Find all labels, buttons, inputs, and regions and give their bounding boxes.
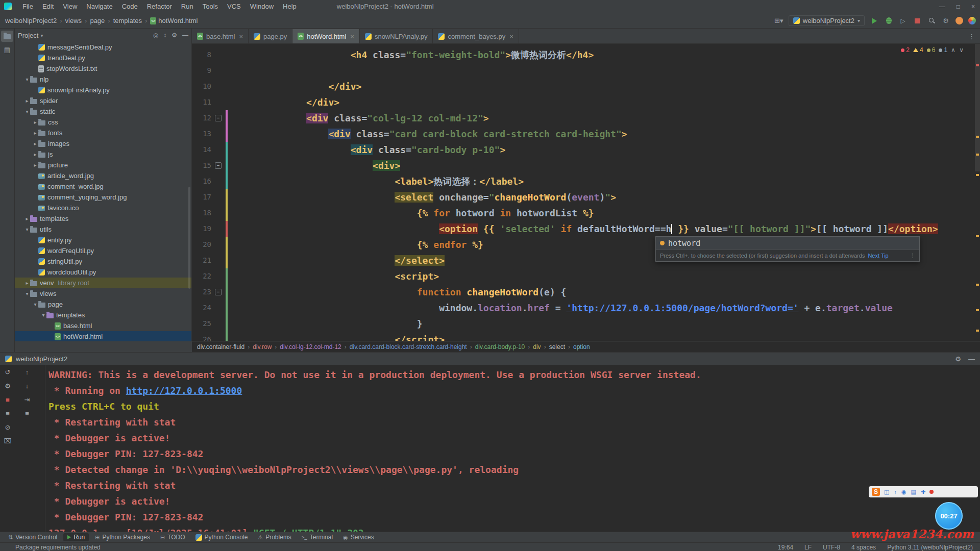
recording-timer[interactable]: 00:27 xyxy=(935,502,963,530)
console-control-icon[interactable]: ↑ xyxy=(22,367,32,377)
tree-item-hotWord-html[interactable]: hotWord.html xyxy=(15,331,191,341)
inspection-item[interactable]: 2 xyxy=(901,46,910,54)
maximize-icon[interactable]: □ xyxy=(957,3,960,10)
tree-item-fonts[interactable]: ▸fonts xyxy=(15,128,191,138)
search-everywhere-icon[interactable] xyxy=(927,16,936,26)
toolwindow-python-packages[interactable]: ⊞Python Packages xyxy=(91,533,154,541)
tree-arrow-icon[interactable]: ▾ xyxy=(24,77,30,82)
run-settings-gear-icon[interactable]: ⚙ xyxy=(955,355,961,363)
tab-comment-bayes-py[interactable]: comment_bayes.py× xyxy=(433,29,519,43)
structure-stripe-icon[interactable]: ▤ xyxy=(1,44,13,55)
tree-item-wordFreqUtil-py[interactable]: wordFreqUtil.py xyxy=(15,245,191,256)
expand-icon[interactable]: ↕ xyxy=(163,32,166,39)
menu-code[interactable]: Code xyxy=(117,3,142,10)
tab-close-icon[interactable]: × xyxy=(239,33,243,40)
tree-item-spider[interactable]: ▸spider xyxy=(15,95,191,106)
stop-button[interactable] xyxy=(913,16,922,26)
element-crumb[interactable]: select xyxy=(549,343,565,350)
status-item[interactable]: 19:64 xyxy=(778,544,793,551)
minimize-icon[interactable]: — xyxy=(939,3,945,10)
tree-item-snownlpFirstAnaly-py[interactable]: snownlpFirstAnaly.py xyxy=(15,85,191,95)
toolwindow-run[interactable]: Run xyxy=(63,533,89,541)
tree-item-views[interactable]: ▾views xyxy=(15,288,191,299)
close-icon[interactable]: × xyxy=(971,3,975,10)
breadcrumb-item[interactable]: page xyxy=(90,17,105,24)
toolwindow-version-control[interactable]: ⇅Version Control xyxy=(4,533,61,541)
tree-item-page[interactable]: ▾page xyxy=(15,299,191,310)
breadcrumb-item[interactable]: hotWord.html xyxy=(158,17,198,24)
menu-run[interactable]: Run xyxy=(177,3,198,10)
element-crumb[interactable]: div.card-body.p-10 xyxy=(475,343,525,350)
tree-item-stringUtil-py[interactable]: stringUtil.py xyxy=(15,256,191,267)
tab-base-html[interactable]: base.html× xyxy=(192,29,249,43)
profile-circle-icon[interactable] xyxy=(968,17,976,24)
project-stripe-icon[interactable] xyxy=(1,31,13,42)
tree-arrow-icon[interactable]: ▸ xyxy=(32,162,38,168)
project-scrollbar[interactable] xyxy=(188,187,190,289)
run-control-icon[interactable]: ≡ xyxy=(3,409,12,418)
recorder-tool-icon[interactable]: ◫ xyxy=(884,489,889,495)
tree-item-stopWordsList-txt[interactable]: stopWordsList.txt xyxy=(15,63,191,74)
menu-view[interactable]: View xyxy=(58,3,82,10)
toolwindow-todo[interactable]: ⊟TODO xyxy=(156,533,189,541)
toolwindow-problems[interactable]: ⚠Problems xyxy=(254,533,296,541)
run-control-icon[interactable]: ↺ xyxy=(3,367,12,377)
popup-scrollbar-icon[interactable]: ⋮ xyxy=(910,253,915,259)
element-crumb[interactable]: div.row xyxy=(253,343,272,350)
tree-item-base-html[interactable]: base.html xyxy=(15,320,191,331)
tree-arrow-icon[interactable]: ▸ xyxy=(32,119,38,125)
tree-arrow-icon[interactable]: ▸ xyxy=(32,130,38,136)
project-header-label[interactable]: Project xyxy=(18,32,38,39)
menu-tools[interactable]: Tools xyxy=(198,3,223,10)
run-button[interactable] xyxy=(870,16,879,26)
inspection-item[interactable]: 1 xyxy=(939,46,947,54)
tab-snowNLPAnaly-py[interactable]: snowNLPAnaly.py xyxy=(360,29,433,43)
status-item[interactable]: LF xyxy=(804,544,812,551)
settings-gear-icon[interactable]: ⚙ xyxy=(941,16,950,26)
run-control-icon[interactable]: ■ xyxy=(3,395,12,404)
tree-item-favicon-ico[interactable]: favicon.ico xyxy=(15,203,191,213)
chevron-down-icon[interactable]: ▾ xyxy=(40,33,43,38)
menu-navigate[interactable]: Navigate xyxy=(82,3,117,10)
menu-window[interactable]: Window xyxy=(246,3,278,10)
recorder-tool-icon[interactable]: ◉ xyxy=(901,489,906,495)
element-crumb[interactable]: div.col-lg-12.col-md-12 xyxy=(280,343,341,350)
completion-item[interactable]: hotword xyxy=(656,237,919,249)
fold-icon[interactable]: − xyxy=(215,289,222,295)
tree-item-picture[interactable]: ▸picture xyxy=(15,160,191,170)
tree-arrow-icon[interactable]: ▾ xyxy=(24,109,30,114)
status-item[interactable]: UTF-8 xyxy=(823,544,840,551)
hide-window-icon[interactable]: — xyxy=(968,355,975,363)
tree-item-templates[interactable]: ▾templates xyxy=(15,310,191,320)
breadcrumb-item[interactable]: weiboNlpProject2 xyxy=(5,17,57,24)
code-editor[interactable]: 8 <h4 class="font-weight-bold">微博热词分析</h… xyxy=(192,44,980,341)
inspection-widget[interactable]: 2461∧ ∨ xyxy=(901,46,965,54)
tree-arrow-icon[interactable]: ▸ xyxy=(24,216,30,221)
element-crumb[interactable]: div.container-fluid xyxy=(197,343,244,350)
tree-item-entity-py[interactable]: entity.py xyxy=(15,235,191,245)
completion-popup[interactable]: hotword Press Ctrl+. to choose the selec… xyxy=(655,236,920,262)
menu-vcs[interactable]: VCS xyxy=(223,3,246,10)
toolwindow-terminal[interactable]: >_Terminal xyxy=(298,533,337,541)
tree-arrow-icon[interactable]: ▸ xyxy=(32,141,38,146)
run-tab-label[interactable]: weiboNlpProject2 xyxy=(16,355,67,363)
tree-arrow-icon[interactable]: ▸ xyxy=(32,152,38,157)
coverage-button[interactable]: ▷ xyxy=(898,16,908,26)
avatar[interactable] xyxy=(955,17,963,24)
screen-recorder-bar[interactable]: S ◫↑◉▤✚ xyxy=(869,486,978,497)
tree-item-css[interactable]: ▸css xyxy=(15,117,191,128)
element-crumb[interactable]: div xyxy=(533,343,541,350)
gear-icon[interactable]: ⚙ xyxy=(172,32,177,39)
run-control-icon[interactable]: ⚙ xyxy=(3,381,12,390)
tree-item-comment-word-jpg[interactable]: comment_word.jpg xyxy=(15,181,191,192)
menu-file[interactable]: File xyxy=(18,3,38,10)
tabs-more-icon[interactable]: ⋮ xyxy=(968,33,980,40)
inspection-item[interactable]: 4 xyxy=(913,46,923,54)
tree-arrow-icon[interactable]: ▾ xyxy=(24,291,30,296)
console-output[interactable]: WARNING: This is a development server. D… xyxy=(48,367,975,532)
run-control-icon[interactable]: ⌧ xyxy=(3,436,12,445)
menu-edit[interactable]: Edit xyxy=(38,3,58,10)
editor-scrollbar[interactable] xyxy=(975,44,980,171)
run-control-icon[interactable]: ⊘ xyxy=(3,422,12,432)
fold-icon[interactable]: − xyxy=(215,162,222,169)
